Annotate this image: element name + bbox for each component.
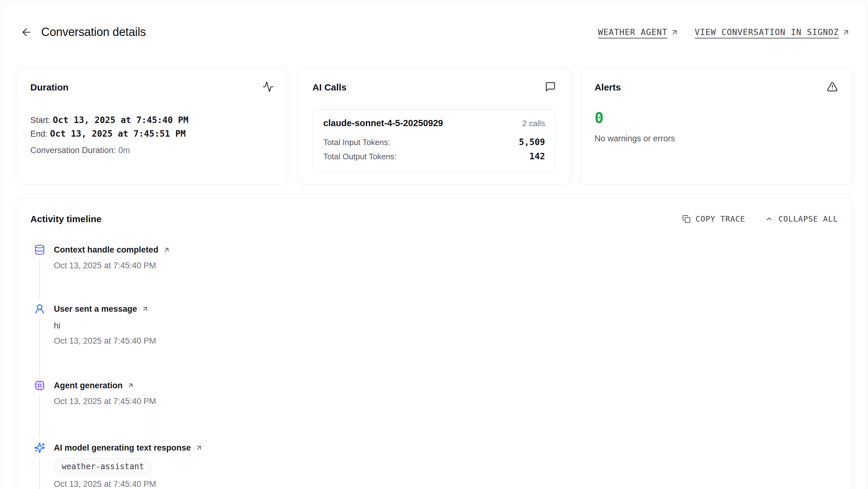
- timeline-connector: [39, 457, 40, 489]
- timeline-event-title: AI model generating text response: [54, 441, 191, 454]
- external-link-icon: [842, 28, 850, 36]
- external-link-icon: [127, 382, 134, 389]
- timeline-event: Context handle completed Oct 13, 2025 at…: [34, 243, 838, 303]
- timeline-event-title: Agent generation: [54, 379, 123, 392]
- timeline-event: User sent a message hi Oct 13, 2025 at 7…: [34, 303, 838, 379]
- timeline-connector: [39, 395, 40, 438]
- page-header: Conversation details WEATHER AGENT VIEW …: [16, 3, 852, 47]
- ai-calls-card-header: AI Calls: [312, 81, 556, 94]
- model-name: claude-sonnet-4-5-20250929: [323, 118, 443, 128]
- page-title: Conversation details: [41, 25, 146, 39]
- timeline-event-title: User sent a message: [54, 303, 137, 315]
- agent-name-badge: weather-assistant: [54, 458, 152, 474]
- sparkles-icon: [34, 442, 45, 453]
- database-icon: [34, 244, 45, 255]
- duration-start-row: Start:Oct 13, 2025 at 7:45:40 PM: [30, 113, 274, 127]
- duration-end-row: End:Oct 13, 2025 at 7:45:51 PM: [30, 127, 274, 141]
- input-tokens-label: Total Input Tokens:: [323, 135, 390, 149]
- timeline-header: Activity timeline COPY TRACE COLLAPSE AL…: [30, 214, 838, 224]
- input-tokens-value: 5,509: [519, 135, 545, 149]
- output-tokens-row: Total Output Tokens: 142: [323, 149, 545, 164]
- copy-trace-label: COPY TRACE: [695, 214, 745, 224]
- timeline-event: Agent generation Oct 13, 2025 at 7:45:40…: [34, 379, 838, 441]
- timeline-event-link[interactable]: Agent generation: [54, 379, 134, 392]
- triangle-alert-icon: [827, 81, 838, 94]
- collapse-all-label: COLLAPSE ALL: [778, 214, 838, 224]
- timeline-connector: [39, 259, 40, 299]
- cpu-icon: [34, 380, 45, 391]
- timeline-title: Activity timeline: [30, 214, 101, 224]
- alert-message: No warnings or errors: [595, 134, 838, 143]
- copy-trace-button[interactable]: COPY TRACE: [682, 214, 745, 224]
- duration-end-value: Oct 13, 2025 at 7:45:51 PM: [50, 128, 186, 139]
- alerts-card-title: Alerts: [595, 82, 621, 93]
- weather-agent-link-label: WEATHER AGENT: [598, 27, 668, 37]
- alert-count: 0: [595, 110, 838, 125]
- header-links: WEATHER AGENT VIEW CONVERSATION IN SIGNO…: [598, 27, 850, 37]
- timeline-connector: [39, 318, 40, 376]
- duration-card: Duration Start:Oct 13, 2025 at 7:45:40 P…: [16, 67, 288, 185]
- external-link-icon: [195, 444, 203, 452]
- ai-calls-card: AI Calls claude-sonnet-4-5-20250929 2 ca…: [298, 67, 570, 185]
- duration-start-value: Oct 13, 2025 at 7:45:40 PM: [53, 115, 188, 125]
- model-call-count: 2 calls: [522, 119, 545, 128]
- timeline-event: AI model generating text response weathe…: [34, 441, 838, 489]
- alerts-card-header: Alerts: [595, 81, 838, 94]
- message-square-icon: [545, 81, 556, 94]
- timeline-event-link[interactable]: User sent a message: [54, 303, 149, 315]
- timeline-actions: COPY TRACE COLLAPSE ALL: [682, 214, 838, 224]
- conversation-duration-row: Conversation Duration:0m: [30, 146, 274, 155]
- external-link-icon: [163, 246, 170, 254]
- chevron-up-icon: [765, 215, 773, 223]
- conversation-duration-label: Conversation Duration:: [30, 146, 116, 155]
- activity-timeline-card: Activity timeline COPY TRACE COLLAPSE AL…: [16, 197, 852, 489]
- stat-cards-row: Duration Start:Oct 13, 2025 at 7:45:40 P…: [16, 67, 852, 185]
- duration-rows: Start:Oct 13, 2025 at 7:45:40 PM End:Oct…: [30, 113, 274, 155]
- weather-agent-link[interactable]: WEATHER AGENT: [598, 27, 679, 37]
- output-tokens-value: 142: [529, 149, 545, 164]
- main-panel: Conversation details WEATHER AGENT VIEW …: [2, 3, 866, 489]
- alerts-card: Alerts 0 No warnings or errors: [580, 67, 852, 185]
- timeline-event-title: Context handle completed: [54, 243, 158, 256]
- duration-end-label: End:: [30, 129, 48, 139]
- copy-icon: [682, 215, 691, 223]
- ai-calls-card-title: AI Calls: [312, 82, 346, 93]
- timeline-event-body: hi: [54, 320, 838, 331]
- conversation-duration-value: 0m: [118, 146, 130, 155]
- arrow-left-icon: [21, 26, 32, 38]
- header-left: Conversation details: [20, 18, 146, 47]
- collapse-all-button[interactable]: COLLAPSE ALL: [765, 214, 838, 224]
- timeline-event-timestamp: Oct 13, 2025 at 7:45:40 PM: [54, 261, 838, 270]
- input-tokens-row: Total Input Tokens: 5,509: [323, 135, 545, 149]
- timeline-list: Context handle completed Oct 13, 2025 at…: [30, 243, 838, 489]
- timeline-event-timestamp: Oct 13, 2025 at 7:45:40 PM: [54, 336, 838, 346]
- output-tokens-label: Total Output Tokens:: [323, 149, 397, 164]
- view-conversation-signoz-label: VIEW CONVERSATION IN SIGNOZ: [695, 27, 839, 37]
- timeline-event-timestamp: Oct 13, 2025 at 7:45:40 PM: [54, 480, 838, 489]
- timeline-event-link[interactable]: Context handle completed: [54, 243, 170, 256]
- activity-icon: [262, 81, 274, 94]
- model-row: claude-sonnet-4-5-20250929 2 calls: [323, 118, 545, 128]
- external-link-icon: [671, 28, 679, 36]
- user-icon: [34, 304, 45, 315]
- model-usage-box: claude-sonnet-4-5-20250929 2 calls Total…: [312, 109, 556, 173]
- timeline-event-link[interactable]: AI model generating text response: [54, 441, 203, 454]
- duration-start-label: Start:: [30, 116, 51, 125]
- external-link-icon: [142, 305, 149, 313]
- duration-card-title: Duration: [30, 82, 68, 93]
- view-conversation-signoz-link[interactable]: VIEW CONVERSATION IN SIGNOZ: [695, 27, 850, 37]
- duration-card-header: Duration: [30, 81, 274, 94]
- timeline-event-timestamp: Oct 13, 2025 at 7:45:40 PM: [54, 397, 838, 406]
- back-button[interactable]: [20, 25, 33, 39]
